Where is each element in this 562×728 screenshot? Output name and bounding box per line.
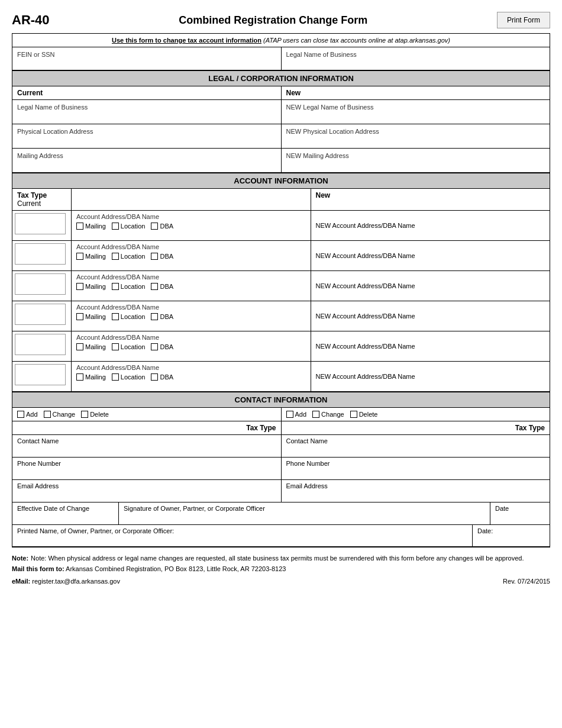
new-cell-2: NEW Account Address/DBA Name: [311, 271, 550, 301]
form-body: Use this form to change tax account info…: [12, 33, 550, 547]
legal-new-input-1[interactable]: [286, 136, 545, 143]
dba-cb-0[interactable]: [151, 223, 158, 230]
tax-type-input-4[interactable]: [15, 334, 66, 355]
location-check-5[interactable]: Location: [112, 373, 146, 381]
addr-label-3: Account Address/DBA Name: [76, 304, 306, 311]
checkbox-group-1: Mailing Location DBA: [76, 253, 306, 260]
signature-input[interactable]: [124, 514, 485, 521]
mailing-check-4[interactable]: Mailing: [76, 343, 106, 350]
delete-check-right[interactable]: Delete: [350, 411, 378, 418]
dba-check-0[interactable]: DBA: [151, 223, 173, 230]
legal-new-label-2: NEW Mailing Address: [286, 152, 545, 159]
effective-date-input[interactable]: [17, 514, 114, 521]
email-left: Email Address: [12, 480, 282, 502]
tax-type-input-3[interactable]: [15, 304, 66, 325]
mailing-check-5[interactable]: Mailing: [76, 373, 106, 381]
new-acc-header: New: [311, 189, 550, 210]
location-check-1[interactable]: Location: [112, 253, 146, 260]
date2-col: Date:: [473, 525, 550, 546]
legal-row-2: Mailing Address NEW Mailing Address: [12, 149, 550, 173]
dba-check-3[interactable]: DBA: [151, 313, 173, 320]
tax-type-input-1[interactable]: [15, 243, 66, 265]
legal-current-input-0[interactable]: [17, 111, 276, 118]
footer-note-text: Note:Note: When physical address or lega…: [12, 553, 550, 564]
phone-left: Phone Number: [12, 458, 282, 479]
legal-new-input-0[interactable]: [286, 111, 545, 118]
legal-current-input-1[interactable]: [17, 136, 276, 143]
contact-name-left: Contact Name: [12, 435, 282, 457]
signature-row: Effective Date of Change Signature of Ow…: [12, 502, 550, 525]
footer-mail-text: Arkansas Combined Registration, PO Box 8…: [64, 565, 286, 572]
legal-row-1: Physical Location Address NEW Physical L…: [12, 124, 550, 149]
new-cell-3: NEW Account Address/DBA Name: [311, 301, 550, 331]
tax-type-right-header: Tax Type: [282, 421, 550, 434]
new-cell-5: NEW Account Address/DBA Name: [311, 362, 550, 391]
dba-check-1[interactable]: DBA: [151, 253, 173, 260]
addr-label-4: Account Address/DBA Name: [76, 334, 306, 341]
legal-name-top-col: Legal Name of Business: [282, 47, 550, 70]
mailing-check-3[interactable]: Mailing: [76, 313, 106, 320]
current-cell-5: Account Address/DBA Name Mailing Locatio…: [72, 362, 311, 391]
mailing-check-1[interactable]: Mailing: [76, 253, 106, 260]
new-cell-1: NEW Account Address/DBA Name: [311, 241, 550, 270]
print-button[interactable]: Print Form: [497, 12, 550, 28]
location-cb-0[interactable]: [112, 223, 119, 230]
contact-section-header: CONTACT INFORMATION: [12, 392, 550, 408]
account-table-header: Tax Type Current New: [12, 189, 550, 211]
phone-right: Phone Number: [282, 458, 550, 479]
contact-name-input-left[interactable]: [17, 444, 276, 452]
current-cell-0: Account Address/DBA Name Mailing Locatio…: [72, 211, 311, 240]
date-input[interactable]: [495, 514, 545, 521]
mailing-cb-0[interactable]: [76, 223, 83, 230]
location-check-3[interactable]: Location: [112, 313, 146, 320]
contact-actions-right: Add Change Delete: [282, 408, 550, 421]
legal-section-header: LEGAL / CORPORATION INFORMATION: [12, 70, 550, 86]
footer-mail: Mail this form to: Arkansas Combined Reg…: [12, 564, 550, 575]
account-section-header: ACCOUNT INFORMATION: [12, 173, 550, 189]
email-input-right[interactable]: [286, 489, 545, 497]
dba-check-5[interactable]: DBA: [151, 373, 173, 381]
current-new-header: Current New: [12, 86, 550, 100]
signature-col: Signature of Owner, Partner, or Corporat…: [119, 502, 490, 524]
checkbox-group-3: Mailing Location DBA: [76, 313, 306, 320]
location-check-0[interactable]: Location: [112, 223, 146, 230]
dba-check-4[interactable]: DBA: [151, 343, 173, 350]
tax-type-cell-1: [12, 241, 72, 270]
fein-input[interactable]: [17, 59, 276, 66]
date2-input[interactable]: [477, 537, 545, 544]
footer-email-text: register.tax@dfa.arkansas.gov: [30, 578, 120, 585]
location-check-2[interactable]: Location: [112, 283, 146, 290]
phone-row: Phone Number Phone Number: [12, 458, 550, 480]
dba-check-2[interactable]: DBA: [151, 283, 173, 290]
email-input-left[interactable]: [17, 489, 276, 497]
mailing-check-0[interactable]: Mailing: [76, 223, 106, 230]
checkbox-group-2: Mailing Location DBA: [76, 283, 306, 290]
date-col: Date: [490, 502, 550, 524]
legal-new-input-2[interactable]: [286, 160, 545, 167]
change-check-right[interactable]: Change: [312, 411, 344, 418]
add-check-left[interactable]: Add: [17, 411, 38, 418]
location-check-4[interactable]: Location: [112, 343, 146, 350]
change-check-left[interactable]: Change: [44, 411, 76, 418]
legal-current-input-2[interactable]: [17, 160, 276, 167]
footer-rev: Rev. 07/24/2015: [503, 576, 550, 587]
phone-input-left[interactable]: [17, 467, 276, 474]
legal-name-top-input[interactable]: [286, 59, 545, 66]
current-cell-1: Account Address/DBA Name Mailing Locatio…: [72, 241, 311, 270]
contact-name-input-right[interactable]: [286, 444, 545, 452]
printed-name-input[interactable]: [17, 537, 467, 544]
legal-new-label-0: NEW Legal Name of Business: [286, 104, 545, 111]
form-id: AR-40: [12, 12, 50, 28]
use-notice-bold: Use this form to change tax account info…: [112, 37, 261, 44]
email-row: Email Address Email Address: [12, 480, 550, 502]
tax-type-cell-3: [12, 301, 72, 331]
tax-type-input-5[interactable]: [15, 364, 66, 385]
tax-type-cell-4: [12, 331, 72, 361]
account-row-1: Account Address/DBA Name Mailing Locatio…: [12, 241, 550, 271]
tax-type-input-0[interactable]: [15, 213, 66, 234]
delete-check-left[interactable]: Delete: [81, 411, 109, 418]
add-check-right[interactable]: Add: [286, 411, 307, 418]
tax-type-input-2[interactable]: [15, 273, 66, 295]
phone-input-right[interactable]: [286, 467, 545, 474]
mailing-check-2[interactable]: Mailing: [76, 283, 106, 290]
